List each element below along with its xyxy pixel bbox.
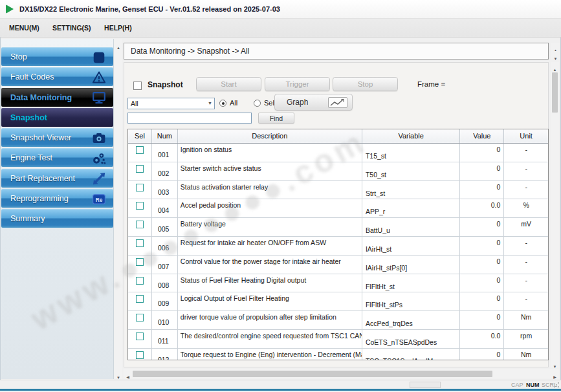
row-checkbox[interactable] [136, 165, 144, 173]
row-select-cell[interactable] [128, 181, 151, 199]
sidebar-item-stop[interactable]: Stop [1, 47, 113, 66]
start-button[interactable]: Start [196, 77, 261, 91]
row-variable: IAirHt_st [362, 237, 460, 255]
row-unit: Nm [503, 311, 548, 329]
row-description: Request for intake air heater ON/OFF fro… [177, 237, 362, 255]
header-sel[interactable]: Sel [128, 129, 151, 143]
sidebar-item-label: Part Replacement [10, 169, 75, 188]
row-num: 001 [151, 144, 177, 162]
row-checkbox[interactable] [136, 295, 144, 303]
main-scroll-thumb[interactable] [552, 72, 558, 113]
sidebar-item-reprogramming[interactable]: ReprogrammingRe [1, 189, 113, 208]
row-checkbox[interactable] [136, 202, 144, 210]
row-num: 003 [151, 181, 177, 199]
sidebar-item-engine-test[interactable]: Engine Test [1, 148, 113, 167]
trigger-button[interactable]: Trigger [265, 77, 330, 91]
window-title: DX15/DX22 Electronic Marine, Genset ECU … [19, 0, 280, 19]
table-row: 008Status of Fuel Filter Heating Digital… [128, 274, 548, 293]
filter-dropdown[interactable]: All ▼ [127, 98, 215, 109]
table-row: 012Torque request to Engine (Eng) interv… [128, 349, 548, 360]
svg-text:Re: Re [96, 197, 103, 202]
row-checkbox[interactable] [136, 184, 144, 191]
row-value: 0 [459, 181, 503, 199]
snapshot-checkbox[interactable] [133, 82, 142, 90]
table-row: 003Status activation starter relayStrt_s… [128, 181, 548, 200]
header-description[interactable]: Description [177, 129, 362, 143]
h-scroll-left-icon[interactable]: ◀ [124, 369, 132, 378]
sidebar-item-snapshot[interactable]: Snapshot [1, 108, 113, 127]
row-unit: % [503, 199, 548, 217]
row-checkbox[interactable] [136, 332, 144, 340]
row-checkbox[interactable] [136, 258, 144, 266]
sidebar-scroll-down-icon[interactable]: ▼ [115, 370, 122, 378]
menu-item-menu[interactable]: MENU(M) [8, 19, 41, 37]
row-checkbox[interactable] [136, 277, 144, 285]
search-input[interactable] [127, 113, 252, 124]
menu-item-setting[interactable]: SETTING(S) [51, 19, 93, 37]
sidebar-item-data-monitoring[interactable]: Data Monitoring [1, 88, 113, 107]
header-variable[interactable]: Variable [362, 129, 460, 143]
horizontal-scrollbar[interactable]: ◀ ▶ [124, 369, 559, 378]
main-scroll-down-icon[interactable]: ▼ [551, 359, 559, 367]
table-row: 001Ignition on statusT15_st0- [128, 144, 548, 162]
stop-button[interactable]: Stop [333, 77, 398, 91]
row-select-cell[interactable] [128, 162, 151, 180]
menu-item-help[interactable]: HELP(H) [103, 19, 133, 37]
row-description: Ignition on status [177, 144, 362, 162]
row-select-cell[interactable] [128, 237, 151, 255]
row-unit: Nm [503, 349, 548, 360]
row-value: 0 [459, 256, 503, 274]
row-value: 0 [459, 349, 503, 360]
row-value: 0 [459, 274, 503, 292]
radio-all-label: All [230, 99, 237, 107]
frame-label: Frame = [417, 80, 445, 88]
row-checkbox[interactable] [136, 314, 144, 321]
row-select-cell[interactable] [128, 292, 151, 310]
breadcrumb-scroll-up-icon[interactable]: ▲ [551, 43, 560, 51]
row-value: 0 [459, 292, 503, 310]
sidebar-item-label: Data Monitoring [10, 89, 72, 107]
table-body: 001Ignition on statusT15_st0-002Starter … [128, 144, 548, 360]
radio-sel[interactable] [254, 100, 261, 107]
resize-grip-icon[interactable] [553, 382, 560, 388]
graph-button[interactable]: Graph [274, 94, 353, 111]
row-checkbox[interactable] [136, 221, 144, 228]
sidebar-item-summary[interactable]: Summary [1, 209, 113, 228]
sidebar-item-label: Reprogramming [10, 190, 69, 208]
sidebar-item-fault-codes[interactable]: Fault Codes [1, 67, 113, 86]
breadcrumb-scroll-down-icon[interactable]: ▼ [551, 51, 560, 60]
row-select-cell[interactable] [128, 349, 151, 360]
h-scroll-thumb[interactable] [133, 371, 492, 377]
find-button[interactable]: Find [258, 113, 294, 124]
app-window: DX15/DX22 Electronic Marine, Genset ECU … [0, 0, 561, 392]
row-variable: T15_st [362, 144, 460, 162]
radio-all[interactable] [219, 100, 226, 107]
row-select-cell[interactable] [128, 199, 151, 217]
main-scrollbar[interactable]: ▲ ▼ [551, 62, 559, 367]
header-num[interactable]: Num [151, 129, 177, 143]
row-checkbox[interactable] [136, 351, 144, 359]
row-select-cell[interactable] [128, 144, 151, 162]
header-unit[interactable]: Unit [503, 129, 548, 143]
row-unit: - [503, 237, 548, 255]
sidebar-item-snapshot-viewer[interactable]: Snapshot Viewer [1, 128, 113, 147]
sidebar-item-part-replacement[interactable]: Part Replacement [1, 169, 113, 188]
row-select-cell[interactable] [128, 274, 151, 292]
row-num: 004 [151, 199, 177, 217]
h-scroll-right-icon[interactable]: ▶ [551, 369, 559, 378]
header-value[interactable]: Value [459, 129, 503, 143]
row-variable: T50_st [362, 162, 460, 180]
row-select-cell[interactable] [128, 311, 151, 329]
filter-dropdown-value: All [131, 100, 138, 107]
row-select-cell[interactable] [128, 256, 151, 274]
row-select-cell[interactable] [128, 330, 151, 348]
row-checkbox[interactable] [136, 146, 144, 154]
table-header-row: Sel Num Description Variable Value Unit [128, 129, 548, 144]
row-checkbox[interactable] [136, 239, 144, 247]
row-variable: BattU_u [362, 218, 460, 236]
row-num: 009 [151, 292, 177, 310]
row-select-cell[interactable] [128, 218, 151, 236]
sidebar-scroll-up-icon[interactable]: ▲ [115, 40, 122, 48]
sidebar-scrollbar[interactable]: ▲ ▼ [115, 39, 122, 379]
main-scroll-up-icon[interactable]: ▲ [551, 62, 559, 71]
